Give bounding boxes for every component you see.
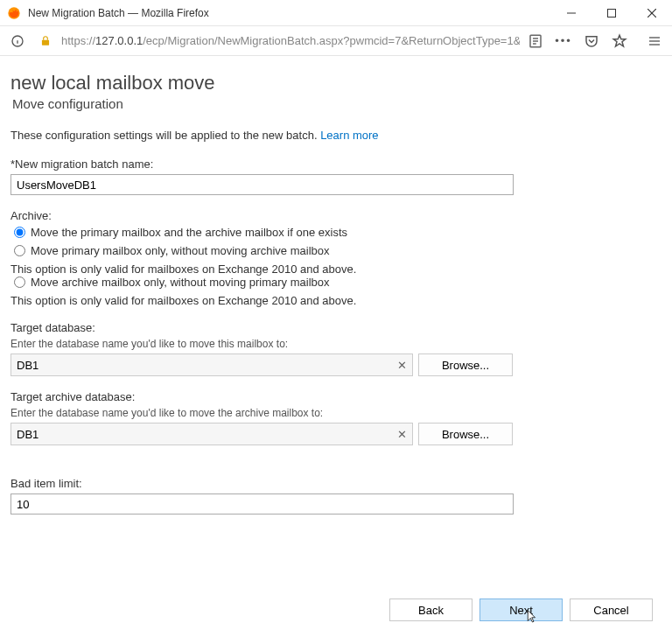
target-archive-db-clear-icon[interactable]: ✕ (394, 426, 410, 442)
svg-marker-13 (613, 35, 626, 46)
target-archive-db-hint: Enter the database name you'd like to mo… (10, 407, 662, 419)
archive-radio-archiveonly-note: This option is only valid for mailboxes … (10, 294, 662, 307)
lock-icon[interactable] (33, 30, 58, 52)
target-archive-db-browse-button[interactable]: Browse... (418, 423, 513, 445)
next-button[interactable]: Next (480, 598, 563, 621)
archive-radio-both-label: Move the primary mailbox and the archive… (31, 226, 347, 239)
pocket-icon[interactable] (579, 30, 604, 52)
page-content: new local mailbox move Move configuratio… (0, 56, 672, 630)
target-db-browse-button[interactable]: Browse... (418, 354, 513, 376)
page-subtitle: Move configuration (12, 96, 662, 111)
batch-name-input[interactable] (10, 174, 514, 195)
archive-label: Archive: (10, 209, 662, 222)
archive-option-both: Move the primary mailbox and the archive… (10, 226, 662, 239)
svg-rect-2 (608, 9, 616, 17)
reader-mode-icon[interactable] (523, 30, 548, 52)
target-archive-db-input-wrap: ✕ (10, 423, 413, 445)
bad-item-label: Bad item limit: (10, 477, 662, 490)
target-db-row: ✕ Browse... (10, 354, 662, 376)
batch-name-section: *New migration batch name: (10, 158, 662, 195)
wizard-footer-buttons: Back Next Cancel (389, 598, 653, 621)
url-host: 127.0.0.1 (95, 34, 143, 47)
svg-rect-8 (42, 39, 49, 45)
archive-option-archiveonly: Move archive mailbox only, without movin… (10, 276, 662, 289)
close-button[interactable] (632, 0, 672, 26)
archive-radio-primary-label: Move primary mailbox only, without movin… (31, 244, 330, 257)
target-archive-db-label: Target archive database: (10, 390, 662, 403)
page-actions-icon[interactable]: ••• (551, 30, 576, 52)
target-db-label: Target database: (10, 321, 662, 334)
intro-sentence: These configuration settings will be app… (10, 129, 318, 142)
target-db-hint: Enter the database name you'd like to mo… (10, 338, 662, 350)
archive-radio-primary-note: This option is only valid for mailboxes … (10, 262, 662, 276)
archive-option-primary: Move primary mailbox only, without movin… (10, 244, 662, 257)
target-db-input[interactable] (10, 354, 413, 376)
batch-name-label: *New migration batch name: (10, 158, 662, 171)
target-db-input-wrap: ✕ (10, 354, 413, 376)
bookmark-star-icon[interactable] (607, 30, 632, 52)
url-path: /ecp/Migration/NewMigrationBatch.aspx?pw… (143, 34, 520, 47)
archive-section: Archive: Move the primary mailbox and th… (10, 209, 662, 307)
url-text[interactable]: https://127.0.0.1/ecp/Migration/NewMigra… (61, 34, 520, 47)
minimize-button[interactable] (551, 0, 592, 26)
browser-address-bar: https://127.0.0.1/ecp/Migration/NewMigra… (0, 26, 672, 56)
bad-item-section: Bad item limit: (10, 477, 662, 514)
intro-text: These configuration settings will be app… (10, 129, 662, 142)
archive-radio-group: Move the primary mailbox and the archive… (10, 226, 662, 307)
cancel-button[interactable]: Cancel (570, 598, 653, 621)
target-db-clear-icon[interactable]: ✕ (394, 357, 410, 373)
archive-radio-archiveonly[interactable] (14, 276, 25, 288)
window-buttons (551, 0, 672, 26)
back-button[interactable]: Back (389, 598, 472, 621)
window-titlebar: New Migration Batch — Mozilla Firefox (0, 0, 672, 26)
archive-radio-both[interactable] (14, 227, 25, 238)
page-title: new local mailbox move (10, 72, 662, 94)
firefox-icon (5, 4, 23, 22)
site-info-icon[interactable] (5, 30, 30, 52)
window-title: New Migration Batch — Mozilla Firefox (28, 7, 551, 19)
learn-more-link[interactable]: Learn more (320, 129, 378, 142)
target-archive-db-row: ✕ Browse... (10, 423, 662, 445)
bad-item-input[interactable] (10, 494, 514, 514)
target-archive-db-section: Target archive database: Enter the datab… (10, 390, 662, 445)
archive-radio-primary[interactable] (14, 245, 25, 256)
maximize-button[interactable] (592, 0, 632, 26)
archive-radio-archiveonly-label: Move archive mailbox only, without movin… (31, 276, 330, 289)
hamburger-menu-icon[interactable] (642, 30, 667, 52)
target-db-section: Target database: Enter the database name… (10, 321, 662, 376)
target-archive-db-input[interactable] (10, 423, 413, 445)
url-scheme: https:// (61, 34, 95, 47)
